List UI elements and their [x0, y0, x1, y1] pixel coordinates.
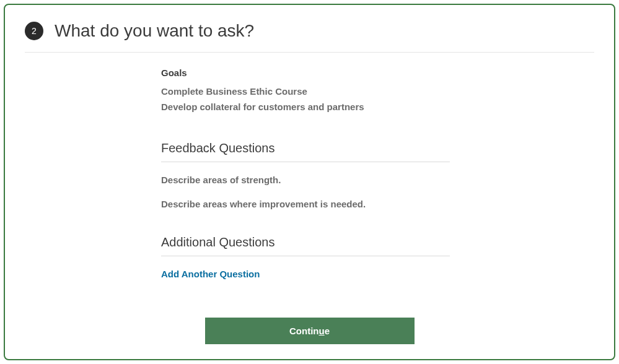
feedback-step-panel: 2 What do you want to ask? Goals Complet… — [4, 4, 615, 360]
continue-button[interactable]: Continue — [205, 318, 415, 344]
button-row: Continue — [25, 318, 594, 344]
feedback-question-item: Describe areas of strength. — [161, 175, 594, 185]
panel-header: 2 What do you want to ask? — [25, 21, 594, 53]
panel-title: What do you want to ask? — [55, 21, 254, 41]
add-another-question-link[interactable]: Add Another Question — [161, 269, 260, 279]
feedback-question-item: Describe areas where improvement is need… — [161, 199, 594, 209]
step-number-badge: 2 — [25, 22, 43, 40]
continue-label-accelerator: u — [318, 326, 324, 336]
continue-label-prefix: Contin — [289, 326, 318, 336]
goal-item: Complete Business Ethic Course — [161, 84, 594, 100]
panel-content: Goals Complete Business Ethic Course Dev… — [25, 53, 594, 304]
goal-item: Develop collateral for customers and par… — [161, 100, 594, 115]
feedback-questions-section: Feedback Questions Describe areas of str… — [161, 141, 594, 209]
feedback-questions-heading: Feedback Questions — [161, 141, 450, 162]
additional-questions-heading: Additional Questions — [161, 235, 450, 256]
goals-label: Goals — [161, 67, 594, 78]
additional-questions-section: Additional Questions Add Another Questio… — [161, 235, 594, 280]
continue-label-suffix: e — [325, 326, 330, 336]
goals-section: Goals Complete Business Ethic Course Dev… — [161, 67, 594, 115]
